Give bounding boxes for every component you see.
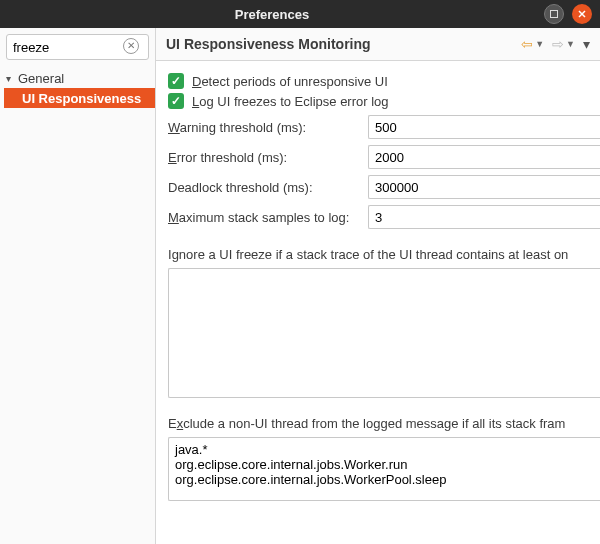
- error-threshold-label: Error threshold (ms):: [168, 150, 368, 165]
- nav-back-button[interactable]: ⇦ ▼: [519, 36, 546, 52]
- dropdown-caret-icon: ▼: [535, 39, 544, 49]
- window-close-button[interactable]: [572, 4, 592, 24]
- ignore-filter-textarea[interactable]: [168, 268, 600, 398]
- window-maximize-button[interactable]: [544, 4, 564, 24]
- exclude-filter-textarea[interactable]: [168, 437, 600, 501]
- dropdown-caret-icon: ▼: [566, 39, 575, 49]
- window-titlebar: Preferences: [0, 0, 600, 28]
- svg-rect-0: [551, 11, 558, 18]
- deadlock-threshold-label: Deadlock threshold (ms):: [168, 180, 368, 195]
- arrow-left-icon: ⇦: [521, 36, 533, 52]
- warning-threshold-input[interactable]: [368, 115, 600, 139]
- detect-unresponsive-checkbox[interactable]: ✓ Detect periods of unresponsive UI: [168, 73, 600, 89]
- max-stack-samples-label: Maximum stack samples to log:: [168, 210, 368, 225]
- tree-item-general[interactable]: ▾ General: [4, 68, 155, 88]
- checkbox-label: Detect periods of unresponsive UI: [192, 74, 388, 89]
- error-threshold-input[interactable]: [368, 145, 600, 169]
- preferences-tree[interactable]: ▾ General UI Responsiveness: [0, 64, 155, 108]
- page: UI Responsiveness Monitoring ⇦ ▼ ⇨ ▼ ▾ ✓…: [156, 28, 600, 544]
- clear-filter-icon[interactable]: ✕: [123, 38, 139, 54]
- tree-item-ui-responsiveness[interactable]: UI Responsiveness: [4, 88, 155, 108]
- tree-item-label: UI Responsiveness: [22, 91, 141, 106]
- checkbox-checked-icon: ✓: [168, 73, 184, 89]
- checkbox-checked-icon: ✓: [168, 93, 184, 109]
- page-header: UI Responsiveness Monitoring ⇦ ▼ ⇨ ▼ ▾: [156, 28, 600, 61]
- exclude-filter-label: Exclude a non-UI thread from the logged …: [168, 416, 600, 431]
- sidebar: ✕ ▾ General UI Responsiveness: [0, 28, 156, 544]
- max-stack-samples-input[interactable]: [368, 205, 600, 229]
- warning-threshold-label: Warning threshold (ms):: [168, 120, 368, 135]
- tree-item-label: General: [18, 71, 64, 86]
- checkbox-label: Log UI freezes to Eclipse error log: [192, 94, 389, 109]
- log-ui-freezes-checkbox[interactable]: ✓ Log UI freezes to Eclipse error log: [168, 93, 600, 109]
- nav-forward-button[interactable]: ⇨ ▼: [550, 36, 577, 52]
- deadlock-threshold-input[interactable]: [368, 175, 600, 199]
- ignore-filter-label: Ignore a UI freeze if a stack trace of t…: [168, 247, 600, 262]
- tree-toggle-icon[interactable]: ▾: [6, 73, 18, 84]
- page-title: UI Responsiveness Monitoring: [166, 36, 515, 52]
- page-menu-button[interactable]: ▾: [583, 36, 590, 52]
- arrow-right-icon: ⇨: [552, 36, 564, 52]
- window-title: Preferences: [0, 7, 544, 22]
